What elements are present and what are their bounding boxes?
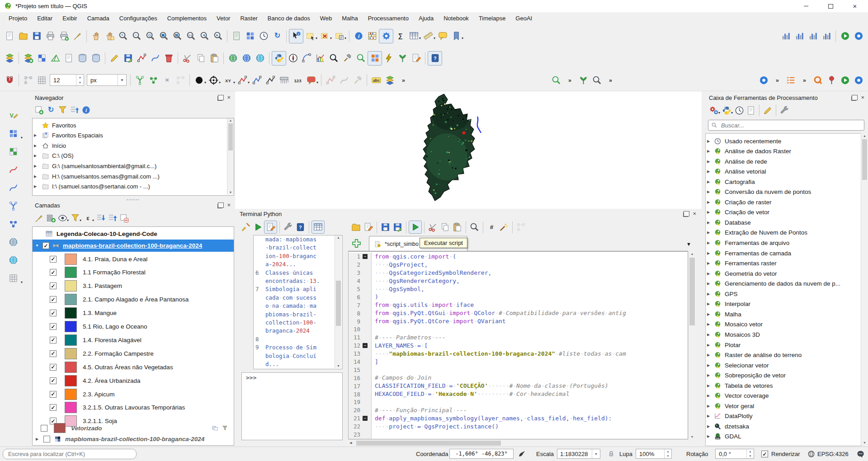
blue-dot-button[interactable] — [757, 73, 770, 87]
history-button[interactable] — [733, 104, 745, 116]
copy-features-button[interactable] — [194, 52, 208, 65]
expander-icon[interactable]: ▶ — [706, 261, 711, 265]
deselect-features-button[interactable] — [318, 29, 331, 43]
expander-icon[interactable]: ▶ — [706, 160, 711, 164]
grass-tools-button[interactable] — [396, 52, 409, 65]
grass-group-button[interactable] — [577, 73, 590, 87]
toolbox-search-box[interactable] — [708, 120, 864, 131]
locator-input[interactable] — [7, 451, 132, 458]
menu-vetor[interactable]: Vetor — [212, 13, 235, 24]
tab-list-dropdown-icon[interactable]: ▼ — [686, 241, 691, 247]
toolbox-item-an-lise-vetorial[interactable]: ▶ Análise vetorial — [706, 167, 861, 177]
expander-icon[interactable]: ▶ — [706, 221, 711, 225]
chevron-down-icon[interactable]: ▼ — [592, 449, 600, 458]
raster-cumulative-stretch-button[interactable] — [806, 29, 820, 43]
information-button[interactable]: i — [352, 29, 365, 43]
overflow-button-1-icon[interactable]: » — [396, 73, 410, 87]
chevron-down-icon[interactable]: ▾ — [80, 218, 81, 222]
layer-row-vetorizado[interactable]: Vetorizado — [33, 423, 234, 433]
delete-selected-button[interactable] — [162, 52, 175, 65]
map-canvas[interactable] — [235, 91, 702, 209]
refresh-browser-button[interactable]: ↻ — [45, 104, 57, 116]
toolbox-options-button[interactable] — [778, 104, 790, 116]
expander-icon[interactable]: ▶ — [706, 230, 711, 235]
trim-extend-button[interactable] — [351, 73, 364, 87]
browser-item-i[interactable]: ▶ I:\ (samuel.santos@sertanai.com - ...) — [33, 182, 234, 192]
statistical-summary-button[interactable]: ∑ — [393, 29, 407, 43]
mouse-position-icon[interactable] — [518, 450, 526, 459]
globe-grid-tool-icon[interactable] — [6, 235, 20, 249]
expander-icon[interactable]: ▶ — [33, 184, 38, 188]
label-toolbar-button[interactable]: abc — [369, 73, 383, 87]
chevron-down-icon[interactable]: ▾ — [316, 80, 318, 85]
close-panel-icon[interactable]: × — [227, 202, 231, 208]
blue-circle-button[interactable] — [852, 73, 865, 87]
menu-web[interactable]: Web — [315, 13, 337, 24]
chevron-down-icon[interactable]: ▾ — [330, 36, 332, 40]
chevron-down-icon[interactable]: ▾ — [462, 36, 463, 40]
expander-icon[interactable]: ▶ — [706, 343, 711, 347]
save-project-button[interactable] — [30, 29, 43, 43]
add-selected-layers-button[interactable] — [33, 104, 45, 116]
expander-icon[interactable]: ▶ — [706, 312, 711, 316]
spline-blue-tool-icon[interactable] — [6, 181, 20, 194]
copy-button[interactable] — [439, 221, 451, 233]
menu-timelapse[interactable]: Timelapse — [474, 13, 510, 24]
close-panel-icon[interactable]: × — [227, 95, 231, 100]
tracing-button[interactable] — [174, 73, 187, 87]
expander-icon[interactable]: ▶ — [706, 384, 711, 388]
add-mesh-layer-button[interactable] — [48, 52, 62, 65]
format-code-button[interactable] — [498, 221, 510, 233]
numbers-tool-button[interactable]: 123 — [291, 73, 304, 87]
expander-icon[interactable]: ▶ — [706, 414, 711, 418]
menu-camada[interactable]: Camada — [82, 13, 114, 24]
console-options-button[interactable] — [282, 221, 294, 233]
zoom-next-button[interactable]: ▸ — [211, 29, 225, 43]
chevron-down-icon[interactable]: ▾ — [248, 80, 250, 85]
move-label-button[interactable]: XY — [221, 73, 235, 87]
chevron-down-icon[interactable]: ▾ — [316, 36, 317, 40]
layer-row-selected[interactable]: ▼ ✓ mapbiomas-brazil-collection-100-brag… — [33, 240, 234, 252]
expander-icon[interactable]: ▶ — [706, 169, 711, 174]
layer-class-row[interactable]: ✓ 1.3. Mangue — [33, 307, 234, 320]
plugin-tools-button[interactable] — [340, 52, 354, 65]
python-code-editor[interactable]: 1−23456789101112−131415161718192021−2223… — [348, 251, 688, 439]
new-print-layout-button[interactable] — [43, 29, 57, 43]
toolbox-item-interpolar[interactable]: ▶ Interpolar — [706, 299, 861, 309]
new-3d-map-button[interactable] — [243, 29, 257, 43]
raster-contrast-button[interactable] — [820, 29, 833, 43]
expander-icon[interactable]: ▶ — [706, 322, 711, 326]
layout-manager-button[interactable] — [57, 29, 71, 43]
new-tab-icon[interactable] — [351, 238, 362, 249]
help-button[interactable]: ? — [428, 51, 442, 66]
chevron-down-icon[interactable]: ▾ — [204, 80, 206, 85]
comb-tool-button[interactable] — [277, 73, 291, 87]
overflow-button-2-icon[interactable]: » — [563, 73, 577, 87]
play-circle-button[interactable] — [838, 73, 852, 87]
toolbox-item-an-lise-de-dados-raster[interactable]: ▶ Análise de dados Raster — [706, 146, 861, 156]
magnifier-spinbox[interactable]: 100% ▲▼ — [636, 449, 672, 459]
toggle-editing-button[interactable] — [108, 52, 121, 65]
osm-search-button[interactable] — [226, 52, 240, 65]
chevron-down-icon[interactable]: ▾ — [67, 218, 69, 222]
chevron-down-icon[interactable]: ▾ — [219, 80, 221, 85]
toolbox-item-raster-de-an-lise-do-terreno[interactable]: ▶ Raster de análise do terreno — [706, 350, 861, 360]
layer-class-row[interactable]: ✓ 4.5. Outras Áreas não Vegetadas — [33, 361, 234, 373]
editor-hscrollbar[interactable]: ◀ — [348, 439, 688, 447]
toolbox-scrollbar[interactable]: ▲▼ — [861, 133, 868, 445]
compass-button[interactable] — [286, 52, 300, 65]
add-group-button[interactable] — [45, 212, 57, 224]
expander-icon[interactable]: ▶ — [706, 180, 711, 184]
temporal-controller-button[interactable] — [257, 29, 270, 43]
toolbox-item-database[interactable]: ▶ Database — [706, 217, 861, 227]
balloon-red-button[interactable] — [304, 73, 318, 87]
menu-notebook[interactable]: Notebook — [439, 13, 474, 24]
run-command-button[interactable] — [252, 221, 264, 233]
rotation-spinbox[interactable]: 0,0 ° ▲▼ — [715, 449, 754, 459]
map-swipe-button[interactable] — [368, 51, 382, 66]
overflow-button-5-icon[interactable]: » — [797, 73, 811, 87]
expander-icon[interactable]: ▶ — [33, 164, 38, 168]
layer-class-row[interactable]: ✓ 2.1. Campo Alagado e Área Pantanosa — [33, 293, 234, 306]
new-bookmark-button[interactable] — [449, 29, 463, 43]
class-checkbox[interactable]: ✓ — [50, 269, 57, 276]
